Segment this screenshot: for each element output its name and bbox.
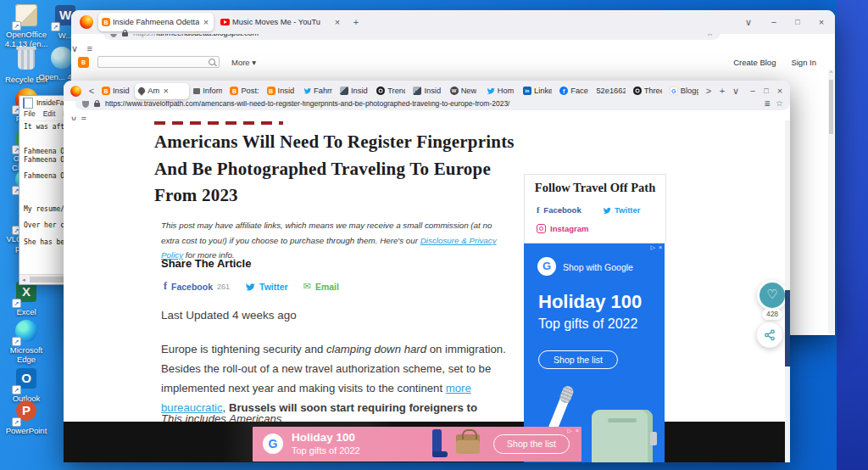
facebook-icon: f (537, 205, 539, 215)
like-button[interactable]: ♡ (757, 280, 787, 311)
create-blog-link[interactable]: Create Blog (733, 58, 776, 67)
close-tab-icon[interactable]: × (162, 86, 170, 96)
tab-photo-2[interactable]: Insid (409, 83, 445, 99)
share-facebook-button[interactable]: f Facebook 261 (164, 280, 230, 293)
shortcut-arrow-icon: ↗ (12, 337, 21, 346)
blogger-navbar: B More ▾ Create Blog Sign In (71, 54, 835, 70)
photo-favicon-icon (340, 87, 348, 95)
tab-title: Inside Fahmeena Odetta's Head (113, 18, 199, 26)
scrollbar-thumb[interactable] (785, 290, 790, 366)
scroll-tabs-right-icon[interactable]: > (702, 86, 715, 96)
tab-title: Linke (534, 87, 552, 95)
sign-in-link[interactable]: Sign In (791, 58, 816, 67)
tab-title: Hom (498, 87, 515, 95)
tab-linkedin[interactable]: inLinke (520, 83, 555, 99)
scroll-left-icon[interactable]: ◄ (21, 277, 26, 283)
blogger-favicon-icon: B (102, 18, 110, 26)
adchoices-icon[interactable]: ▷ × (568, 428, 580, 434)
follow-instagram-link[interactable]: Instagram (537, 224, 588, 233)
shop-the-list-button[interactable]: Shop the list (493, 434, 570, 454)
tab-title: Insid (113, 87, 130, 95)
heart-icon: ♡ (766, 287, 777, 301)
shortcut-arrow-icon: ↗ (12, 21, 21, 31)
tab-blogger-1[interactable]: BInsid (98, 83, 134, 99)
email-icon: ✉ (303, 281, 311, 292)
follow-facebook-link[interactable]: f Facebook (537, 205, 581, 215)
hamburger-menu-icon[interactable]: ≡ (87, 43, 92, 53)
close-tab-icon[interactable]: × (331, 17, 344, 27)
tab-trend[interactable]: Trend (373, 83, 409, 99)
tab-twitter-1[interactable]: Fahm (300, 83, 336, 99)
menu-edit[interactable]: Edit (43, 109, 56, 120)
blogger-logo-icon[interactable]: B (78, 57, 89, 68)
desktop-icon-powerpoint[interactable]: P↗ PowerPoint (2, 399, 51, 435)
bg-tab-blogger[interactable]: B Inside Fahmeena Odetta's Head × (98, 13, 214, 31)
tab-title: Post: (241, 87, 259, 95)
desktop-icon-label: PowerPoint (2, 426, 51, 435)
new-tab-icon[interactable]: + (349, 17, 363, 27)
ad-product-curler-head (559, 384, 576, 404)
tab-wordpress[interactable]: WNew (447, 83, 482, 99)
maximize-icon[interactable]: □ (760, 87, 773, 95)
tab-title: Faceb (570, 87, 588, 95)
minimize-icon[interactable]: − (746, 86, 760, 96)
shop-the-list-button[interactable]: Shop the list (538, 350, 618, 369)
tab-facebook[interactable]: fFaceb (556, 83, 592, 99)
tab-active-article[interactable]: Am× (135, 83, 189, 99)
blogger-more-menu[interactable]: More ▾ (231, 58, 256, 67)
tab-google[interactable]: GBlogg (666, 83, 702, 99)
blogger-search-input[interactable] (97, 56, 220, 68)
share-twitter-button[interactable]: Twitter (245, 282, 288, 292)
bg-scrollbar[interactable]: ^ (828, 70, 834, 333)
tab-photo-1[interactable]: Insid (337, 83, 372, 99)
instagram-icon (537, 224, 546, 233)
tab-three[interactable]: Three (630, 83, 665, 99)
pocket-icon[interactable]: ∨ (71, 43, 78, 53)
lock-icon (94, 103, 100, 107)
wordpress-favicon-icon: W (450, 87, 459, 95)
tab-hash[interactable]: 52e16622 (593, 83, 628, 99)
close-window-icon[interactable]: × (773, 86, 787, 96)
banner-ad[interactable]: ▷ × G Holiday 100 Top gifts of 2022 Shop… (253, 427, 581, 462)
ad-subline: Top gifts of 2022 (538, 316, 637, 332)
youtube-favicon-icon (220, 19, 230, 25)
close-tab-icon[interactable]: × (202, 17, 210, 27)
maximize-icon[interactable]: □ (791, 18, 804, 26)
dark-circle-favicon-icon (633, 87, 642, 95)
scrollbar-thumb[interactable] (829, 80, 833, 134)
tab-title: Three (644, 87, 662, 95)
desktop-icon-outlook[interactable]: O↗ Outlook (2, 366, 51, 403)
menu-file[interactable]: File (24, 109, 36, 120)
follow-twitter-link[interactable]: Twitter (603, 205, 640, 215)
lock-icon (122, 32, 128, 36)
scroll-up-icon[interactable]: ^ (828, 70, 834, 76)
tab-blogger-2[interactable]: BInsid (264, 83, 299, 99)
recycle-bin-icon (14, 49, 38, 73)
share-icon (764, 329, 776, 341)
bg-tab-youtube[interactable]: Music Moves Me - YouTube (217, 14, 324, 31)
tab-inform[interactable]: Inform (190, 83, 225, 99)
adchoices-icon[interactable]: ▷ × (651, 244, 663, 251)
fg-tabs: BInsid Am× Inform BPost: BInsid Fahm Ins… (98, 83, 702, 99)
bg-tab-strip: B Inside Fahmeena Odetta's Head × Music … (71, 10, 835, 34)
new-tab-icon[interactable]: + (715, 86, 729, 96)
dark-circle-favicon-icon (376, 87, 385, 95)
affiliate-disclaimer: This post may have affiliate links, whic… (161, 218, 504, 263)
list-tabs-icon[interactable]: ∨ (729, 86, 743, 97)
close-window-icon[interactable]: × (815, 17, 828, 27)
minimize-icon[interactable]: − (767, 17, 781, 27)
scroll-tabs-left-icon[interactable]: < (85, 86, 98, 96)
share-email-button[interactable]: ✉ Email (303, 281, 339, 292)
desktop-right-band (837, 0, 868, 470)
list-tabs-icon[interactable]: ∨ (742, 17, 755, 28)
share-heading: Share The Article (161, 257, 251, 270)
desktop-icon-ms-edge[interactable]: ↗ Microsoft Edge (2, 319, 51, 364)
shortcut-arrow-icon: ↗ (12, 417, 21, 427)
tab-title: 52e16622 (596, 87, 625, 95)
desktop-icon-excel[interactable]: X↗ Excel (2, 280, 51, 316)
fg-scrollbar[interactable] (785, 120, 790, 462)
tab-twitter-2[interactable]: Hom (483, 83, 519, 99)
edge-icon: ↗ (14, 320, 38, 344)
share-button[interactable] (757, 322, 782, 348)
tab-blogger-post[interactable]: BPost: (226, 83, 262, 99)
